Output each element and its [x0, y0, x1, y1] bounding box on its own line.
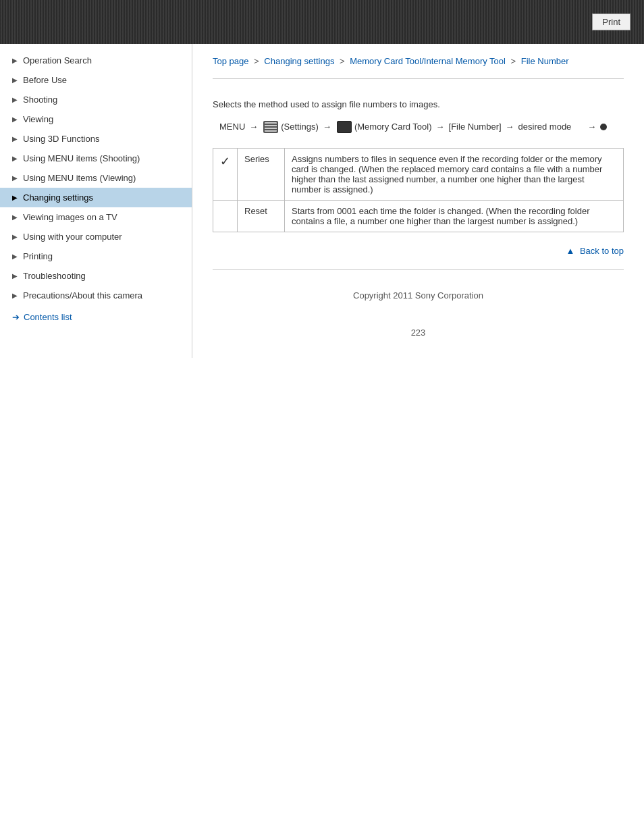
table-label-0: Series	[238, 149, 285, 201]
sidebar-arrow-icon-4: ▶	[12, 135, 18, 142]
contents-list-label: Contents list	[24, 312, 72, 322]
sidebar-item-12[interactable]: ▶Precautions/About this camera	[0, 286, 192, 305]
table-desc-1: Starts from 0001 each time the folder is…	[285, 201, 624, 232]
back-to-top: ▲ Back to top	[213, 246, 624, 256]
file-number-table: ✓SeriesAssigns numbers to files in seque…	[213, 148, 624, 232]
sidebar-item-7[interactable]: ▶Changing settings	[0, 188, 192, 207]
description-text: Selects the method used to assign file n…	[213, 99, 624, 109]
menu-path: MENU → (Settings) → (Memory Card Tool) →…	[219, 119, 624, 134]
sidebar-arrow-icon-2: ▶	[12, 96, 18, 103]
table-row-1: ResetStarts from 0001 each time the fold…	[213, 201, 624, 232]
page-number: 223	[213, 307, 624, 344]
breadcrumb-item-1[interactable]: Changing settings	[264, 56, 334, 66]
breadcrumb-separator-1: >	[337, 56, 347, 66]
breadcrumb-separator-0: >	[252, 56, 262, 66]
sidebar-arrow-icon-3: ▶	[12, 115, 18, 123]
checkmark-icon: ✓	[220, 155, 230, 168]
sidebar-item-5[interactable]: ▶Using MENU items (Shooting)	[0, 149, 192, 168]
back-to-top-link[interactable]: ▲ Back to top	[566, 246, 624, 256]
file-number-text: [File Number]	[449, 119, 502, 134]
arrow-1: →	[249, 119, 258, 134]
main-content: Top page > Changing settings > Memory Ca…	[192, 44, 644, 358]
arrow-right-icon: ➔	[12, 312, 20, 322]
triangle-icon: ▲	[566, 246, 574, 256]
arrow-3: →	[436, 119, 445, 134]
table-row-0: ✓SeriesAssigns numbers to files in seque…	[213, 149, 624, 201]
bullet-icon	[600, 124, 607, 130]
table-check-1	[213, 201, 238, 232]
sidebar-item-label-3: Viewing	[23, 114, 53, 124]
desired-mode-text: desired mode	[518, 119, 572, 134]
sidebar-item-label-8: Viewing images on a TV	[23, 212, 117, 222]
sidebar-item-label-6: Using MENU items (Viewing)	[23, 173, 136, 183]
copyright-text: Copyright 2011 Sony Corporation	[213, 277, 624, 307]
sidebar-item-1[interactable]: ▶Before Use	[0, 70, 192, 90]
header-bar: Print	[0, 0, 644, 44]
sidebar-arrow-icon-10: ▶	[12, 253, 18, 260]
page-title-section	[213, 78, 624, 88]
sidebar-arrow-icon-7: ▶	[12, 194, 18, 201]
breadcrumb-separator-2: >	[508, 56, 518, 66]
sidebar-item-9[interactable]: ▶Using with your computer	[0, 227, 192, 246]
arrow-2: →	[323, 119, 331, 134]
breadcrumb-item-3[interactable]: File Number	[521, 56, 569, 66]
sidebar-item-label-10: Printing	[23, 251, 53, 261]
sidebar-item-label-0: Operation Search	[23, 55, 92, 66]
back-to-top-label: Back to top	[580, 246, 624, 256]
page-layout: ▶Operation Search▶Before Use▶Shooting▶Vi…	[0, 44, 644, 358]
sidebar-item-4[interactable]: ▶Using 3D Functions	[0, 129, 192, 149]
sidebar-item-label-2: Shooting	[23, 95, 57, 105]
memory-card-icon	[337, 121, 352, 133]
sidebar-item-8[interactable]: ▶Viewing images on a TV	[0, 207, 192, 227]
sidebar-item-label-12: Precautions/About this camera	[23, 290, 142, 301]
arrow-5: →	[587, 119, 596, 134]
settings-icon	[263, 121, 278, 133]
sidebar-item-2[interactable]: ▶Shooting	[0, 90, 192, 109]
breadcrumb-item-2[interactable]: Memory Card Tool/Internal Memory Tool	[350, 56, 506, 66]
sidebar-arrow-icon-9: ▶	[12, 233, 18, 240]
sidebar-item-label-9: Using with your computer	[23, 232, 122, 242]
table-desc-0: Assigns numbers to files in sequence eve…	[285, 149, 624, 201]
sidebar: ▶Operation Search▶Before Use▶Shooting▶Vi…	[0, 44, 192, 358]
sidebar-arrow-icon-1: ▶	[12, 76, 18, 84]
sidebar-item-label-5: Using MENU items (Shooting)	[23, 153, 140, 163]
sidebar-arrow-icon-6: ▶	[12, 174, 18, 182]
sidebar-item-label-7: Changing settings	[23, 192, 93, 203]
sidebar-item-6[interactable]: ▶Using MENU items (Viewing)	[0, 168, 192, 188]
sidebar-item-3[interactable]: ▶Viewing	[0, 109, 192, 129]
menu-text: MENU	[219, 119, 245, 134]
sidebar-item-11[interactable]: ▶Troubleshooting	[0, 266, 192, 286]
arrow-4: →	[506, 119, 514, 134]
breadcrumb-item-0[interactable]: Top page	[213, 56, 249, 66]
settings-text: (Settings)	[281, 119, 319, 134]
print-button[interactable]: Print	[592, 14, 630, 30]
sidebar-item-label-1: Before Use	[23, 75, 67, 85]
table-label-1: Reset	[238, 201, 285, 232]
sidebar-item-10[interactable]: ▶Printing	[0, 246, 192, 266]
sidebar-arrow-icon-5: ▶	[12, 155, 18, 162]
sidebar-arrow-icon-12: ▶	[12, 292, 18, 299]
sidebar-arrow-icon-0: ▶	[12, 57, 18, 64]
sidebar-item-label-4: Using 3D Functions	[23, 134, 99, 144]
breadcrumb: Top page > Changing settings > Memory Ca…	[213, 56, 624, 66]
table-check-0: ✓	[213, 149, 238, 201]
contents-list-link[interactable]: ➔ Contents list	[0, 305, 192, 325]
sidebar-item-label-11: Troubleshooting	[23, 271, 86, 281]
sidebar-arrow-icon-8: ▶	[12, 213, 18, 221]
sidebar-item-0[interactable]: ▶Operation Search	[0, 51, 192, 70]
memory-text: (Memory Card Tool)	[354, 119, 432, 134]
bottom-section: Copyright 2011 Sony Corporation	[213, 269, 624, 307]
sidebar-arrow-icon-11: ▶	[12, 272, 18, 280]
